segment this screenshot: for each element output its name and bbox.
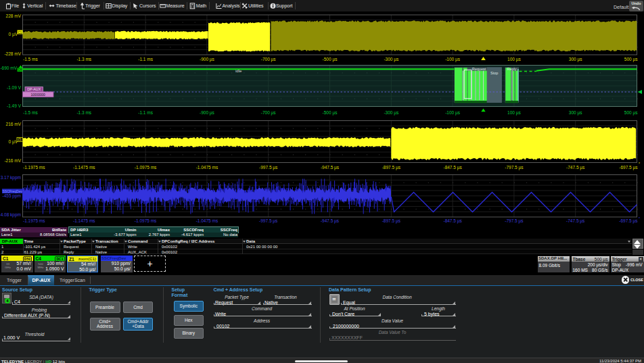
svg-text:-100 µs: -100 µs [445,110,461,116]
svg-text:Reply: Reply [507,67,516,71]
svg-text:C1: C1 [18,31,22,34]
svg-text:-1.3 ms: -1.3 ms [76,110,91,115]
svg-text:0 µV: 0 µV [8,32,18,37]
svg-text:-947.5 µs: -947.5 µs [321,218,340,224]
svg-text:216 mV: 216 mV [6,122,22,126]
svg-text:-100 µs: -100 µs [445,57,461,62]
svg-text:-1.1 ms: -1.1 ms [138,110,153,115]
svg-text:-900 µs: -900 µs [200,57,215,62]
svg-text:-1.0475 ms: -1.0475 ms [196,165,218,170]
svg-text:-697.5 µs: -697.5 µs [619,165,638,170]
svg-text:-997.5 µs: -997.5 µs [259,218,278,224]
svg-text:-1.49 V: -1.49 V [7,103,22,108]
svg-text:-1.1475 ms: -1.1475 ms [73,165,95,170]
svg-text:-1.1975 ms: -1.1975 ms [23,165,45,170]
svg-text:idle: idle [235,69,242,73]
svg-text:-700 µs: -700 µs [261,110,277,116]
svg-text:*: * [639,162,640,166]
svg-text:-700 µs: -700 µs [261,57,277,62]
svg-text:-1.5 ms: -1.5 ms [23,57,38,62]
svg-text:-300 µs: -300 µs [384,110,399,116]
svg-text:300 µs: 300 µs [569,57,582,62]
svg-text:SSCFreqDev: SSCFreqDev [2,189,22,193]
svg-text:500 µs: 500 µs [624,110,638,116]
svg-text:100 µs: 100 µs [507,110,521,116]
svg-text:-1.1475 ms: -1.1475 ms [73,218,95,223]
svg-text:-897.5 µs: -897.5 µs [382,218,401,224]
svg-text:-797.5 µs: -797.5 µs [505,218,524,224]
svg-text:-897.5 µs: -897.5 µs [382,165,401,170]
svg-text:-455 ppm: -455 ppm [3,193,21,199]
svg-text:228 mV: 228 mV [6,14,22,18]
svg-text:-747.5 µs: -747.5 µs [566,218,585,224]
svg-text:-1.0975 ms: -1.0975 ms [135,218,157,223]
svg-text:Z1: Z1 [18,138,22,141]
svg-text:-690 mV: -690 mV [0,66,17,70]
svg-text:Request: Request [472,67,486,71]
svg-text:-500 µs: -500 µs [323,57,338,62]
svg-text:-500 µs: -500 µs [323,110,338,116]
svg-text:3.17 kppm: 3.17 kppm [1,175,21,180]
svg-text:-228 mV: -228 mV [4,51,21,56]
svg-text:-747.5 µs: -747.5 µs [566,165,585,170]
svg-text:-847.5 µs: -847.5 µs [443,218,462,224]
svg-text:300 µs: 300 µs [569,110,582,116]
svg-text:1000000: 1000000 [30,93,45,97]
svg-text:-216 mV: -216 mV [4,158,21,163]
svg-text:-300 µs: -300 µs [384,57,399,62]
svg-text:-1.5 ms: -1.5 ms [23,110,38,115]
svg-text:C4: C4 [18,68,22,72]
svg-text:-1.0975 ms: -1.0975 ms [135,165,157,170]
svg-text:100 µs: 100 µs [507,57,521,62]
svg-text:-1.1975 ms: -1.1975 ms [23,218,45,223]
svg-text:Stop: Stop [490,71,498,75]
svg-text:-797.5 µs: -797.5 µs [505,165,524,170]
svg-text:500 µs: 500 µs [624,57,638,62]
svg-text:-1.1 ms: -1.1 ms [138,57,153,62]
svg-text:*: * [639,216,640,220]
svg-text:-1.0475 ms: -1.0475 ms [196,218,218,223]
svg-text:DP-AUX: DP-AUX [27,87,41,91]
svg-text:-847.5 µs: -847.5 µs [443,165,462,170]
svg-text:-1.09 V: -1.09 V [7,85,22,90]
svg-text:-900 µs: -900 µs [200,110,215,116]
svg-text:-697.5 µs: -697.5 µs [619,218,638,224]
svg-text:0 µV: 0 µV [8,139,18,145]
svg-text:-947.5 µs: -947.5 µs [321,165,340,170]
svg-text:-4.08 kppm: -4.08 kppm [0,212,21,218]
svg-text:-1.3 ms: -1.3 ms [76,57,91,62]
svg-text:-997.5 µs: -997.5 µs [259,165,278,170]
